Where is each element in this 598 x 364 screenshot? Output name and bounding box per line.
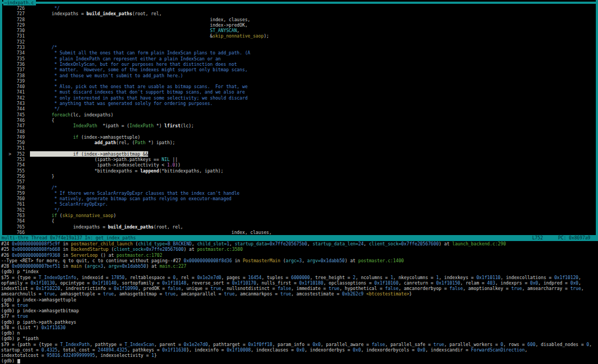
text-token: 0x1f10180 <box>299 280 323 286</box>
source-line: 734 * Submit all the ones that can form … <box>2 50 596 55</box>
text-token: postmaster_child_launch <box>71 241 132 246</box>
source-line: 759 * If there were ScalarArrayOpExpr cl… <box>2 190 596 196</box>
text-token: IndexPath <box>130 123 154 128</box>
gdb-console-output[interactable]: #24 0x00000000008f5c9f in postmaster_chi… <box>0 241 598 364</box>
source-code-text: (ipath->path.pathkeys == NIL || <box>30 157 178 162</box>
text-token <box>30 134 73 140</box>
text-token: 0x0 <box>570 280 578 286</box>
text-token: , immediate = <box>291 286 328 291</box>
source-code-text: if (skip_nonnative_saop) <box>30 213 116 218</box>
console-line: (gdb) p *ipath <box>0 336 598 341</box>
text-token: , parallel_safe = <box>385 342 434 347</box>
text-token: (gdb) p *index <box>1 269 39 274</box>
text-token: , <box>307 241 313 246</box>
text-token: if <box>73 151 78 157</box>
text-token: , indpred = <box>538 280 570 286</box>
text-token: 0x00000000008fb668 <box>12 246 60 252</box>
source-line: 742 * only interested in paths that have… <box>2 95 596 101</box>
line-number: 755 <box>3 168 30 174</box>
text-token <box>30 213 51 218</box>
line-number: 757 <box>3 179 30 184</box>
text-token: argc= <box>87 263 101 269</box>
text-token: true <box>328 286 339 291</box>
source-code-text: * natively, generate bitmap scan paths r… <box>30 196 231 201</box>
text-token: launch_backend.c:290 <box>452 241 506 246</box>
text-token: *ipath = ( <box>97 123 130 128</box>
source-code-text: * must discard indexes that don't suppor… <box>30 89 245 95</box>
text-token: 0x1f10140 <box>93 280 117 286</box>
source-line: 761 * ScalarArrayOpExpr. <box>2 201 596 207</box>
text-token: = (List *) <box>9 325 41 330</box>
text-token: true <box>165 291 176 297</box>
text-token: , reverse_sort = <box>186 280 232 286</box>
source-code-view[interactable]: 726 */ 727 indexpaths = build_index_path… <box>2 5 596 235</box>
text-token: { <box>30 118 54 123</box>
text-token: 0x1f10120 <box>554 275 578 280</box>
console-line: $76 = true <box>0 303 598 308</box>
source-code-text: index->predOK, <box>30 22 247 28</box>
text-token: 0x1e2e7d0 <box>197 275 221 280</box>
text-token: true <box>44 291 55 297</box>
line-number: 732 <box>3 39 30 45</box>
text-token: ) at <box>439 241 453 246</box>
source-line: 729 index->predOK, <box>2 22 596 28</box>
text-token: , <box>229 241 235 246</box>
text-token: ); <box>264 33 269 39</box>
terminal-cursor[interactable] <box>17 359 20 364</box>
text-token: 16454 <box>248 275 262 280</box>
text-token: 0x1f10148 <box>162 280 186 286</box>
text-token <box>30 112 51 118</box>
text-token: true <box>211 286 222 291</box>
gdb-prompt-line[interactable]: (gdb) <box>0 358 598 363</box>
status-line-indicator: L752 <box>532 235 543 241</box>
source-line: 764 { <box>2 218 596 224</box>
source-line: 735 * plain IndexPath can represent eith… <box>2 56 596 61</box>
text-token: , nulls_first = <box>256 280 299 286</box>
text-token: , relam = <box>460 280 487 286</box>
text-token: 0x1f0ff18 <box>248 342 272 347</box>
source-code-text: if (index->amhasgettuple) <box>30 134 140 140</box>
source-line: 726 */ <box>2 5 596 11</box>
text-token: amsearchnulls = <box>1 291 44 297</box>
source-line: 736 * IndexOnlyScan, but for our purpose… <box>2 61 596 67</box>
text-token: true <box>280 291 291 297</box>
line-number: 733 <box>3 45 30 50</box>
source-line: 753 (ipath->path.pathkeys == NIL || <box>2 157 596 162</box>
text-token: if <box>73 134 78 140</box>
text-token: 0x00000000008f9368 <box>12 252 60 258</box>
text-token: , <box>237 28 240 33</box>
text-token: , ncolumns = <box>356 275 390 280</box>
console-line: #25 0x00000000008fb668 in BackendStartup… <box>0 246 598 252</box>
source-code-text: } <box>30 174 54 179</box>
text-token: , amcostestimate = <box>291 291 342 297</box>
text-token: NIL <box>162 157 170 162</box>
line-number: 756 <box>3 174 30 179</box>
source-line: 730 ST_ANYSCAN, <box>2 28 596 33</box>
text-token: (gdb) p index->amhasgettuple <box>1 297 76 303</box>
text-token: 0x7ffe205675b0 <box>270 241 307 246</box>
source-line: 751 <box>2 145 596 151</box>
text-token: 17850 <box>111 275 125 280</box>
text-token: = {type = <box>9 275 39 280</box>
line-number: 762 <box>3 207 30 213</box>
line-number: 749 <box>3 134 30 140</box>
console-line: indextotalcost = 95816.432499999995, ind… <box>0 353 598 358</box>
text-token: if <box>52 213 57 218</box>
text-token: 0x7ffe20567600 <box>146 246 184 252</box>
text-token: , parallel_aware = <box>321 342 372 347</box>
text-token: , indrestrictinfo = <box>60 286 114 291</box>
console-line: $79 = {path = {type = T_IndexPath, patht… <box>0 342 598 347</box>
text-token: 0x00000000007bef51 <box>12 263 60 269</box>
text-token: in <box>63 246 71 252</box>
line-number: 742 <box>3 95 30 101</box>
text-token: , indexoid = <box>76 275 111 280</box>
source-line: 758 /* <box>2 185 596 190</box>
text-token: , indexcollations = <box>501 275 554 280</box>
text-token: , nullsnotdistinct = <box>221 286 278 291</box>
source-line: 749 if (index->amhasgettuple) <box>2 134 596 140</box>
text-token: (gdb) n <box>1 330 20 336</box>
text-token: 0x0 <box>353 347 361 353</box>
text-token: skip_nonnative_saop <box>62 213 113 218</box>
gdb-tui-terminal: indxpath.c 726 */ 727 indexpaths = build… <box>0 0 598 364</box>
text-token: , sortopfamily = <box>117 280 162 286</box>
